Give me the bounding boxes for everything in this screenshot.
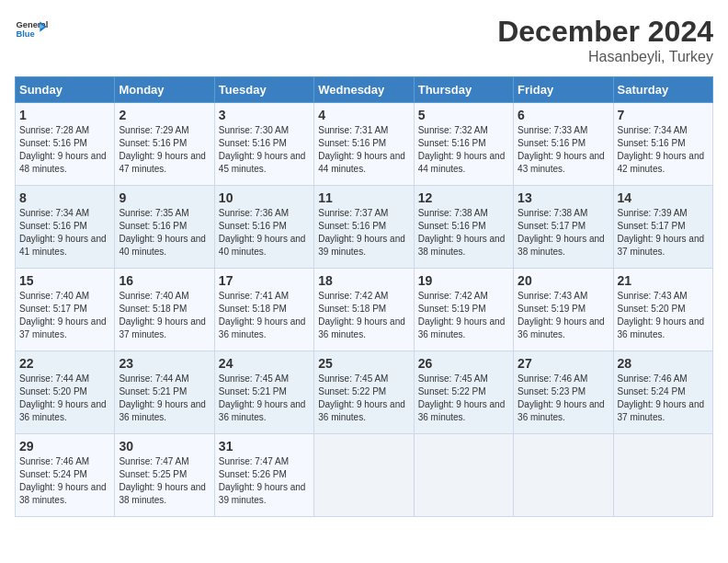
title-block: December 2024 Hasanbeyli, Turkey — [497, 15, 713, 65]
calendar-cell: 7 Sunrise: 7:34 AMSunset: 5:16 PMDayligh… — [613, 103, 712, 186]
day-info: Sunrise: 7:40 AMSunset: 5:17 PMDaylight:… — [19, 291, 107, 339]
month-title: December 2024 — [497, 15, 713, 49]
day-info: Sunrise: 7:32 AMSunset: 5:16 PMDaylight:… — [418, 125, 506, 174]
week-row-4: 22 Sunrise: 7:44 AMSunset: 5:20 PMDaylig… — [16, 351, 713, 434]
day-number: 15 — [19, 273, 110, 288]
calendar-cell — [414, 434, 513, 517]
calendar-cell: 21 Sunrise: 7:43 AMSunset: 5:20 PMDaylig… — [613, 269, 712, 351]
day-info: Sunrise: 7:38 AMSunset: 5:17 PMDaylight:… — [518, 208, 605, 257]
header-thursday: Thursday — [414, 77, 513, 103]
location-title: Hasanbeyli, Turkey — [497, 49, 713, 65]
day-info: Sunrise: 7:43 AMSunset: 5:20 PMDaylight:… — [618, 291, 705, 339]
calendar-cell: 11 Sunrise: 7:37 AMSunset: 5:16 PMDaylig… — [314, 186, 414, 269]
day-info: Sunrise: 7:46 AMSunset: 5:24 PMDaylight:… — [19, 456, 107, 505]
calendar-cell: 3 Sunrise: 7:30 AMSunset: 5:16 PMDayligh… — [214, 103, 313, 186]
calendar-cell: 26 Sunrise: 7:45 AMSunset: 5:22 PMDaylig… — [414, 351, 513, 434]
day-number: 27 — [518, 356, 609, 371]
calendar-cell: 28 Sunrise: 7:46 AMSunset: 5:24 PMDaylig… — [613, 351, 712, 434]
day-number: 29 — [19, 439, 110, 454]
calendar-cell: 20 Sunrise: 7:43 AMSunset: 5:19 PMDaylig… — [514, 269, 613, 351]
calendar-cell: 4 Sunrise: 7:31 AMSunset: 5:16 PMDayligh… — [314, 103, 414, 186]
calendar-cell: 15 Sunrise: 7:40 AMSunset: 5:17 PMDaylig… — [16, 269, 115, 351]
calendar-cell: 13 Sunrise: 7:38 AMSunset: 5:17 PMDaylig… — [514, 186, 613, 269]
day-number: 28 — [618, 356, 709, 371]
week-row-1: 1 Sunrise: 7:28 AMSunset: 5:16 PMDayligh… — [16, 103, 713, 186]
day-number: 6 — [518, 108, 609, 122]
calendar-cell — [314, 434, 414, 517]
week-row-5: 29 Sunrise: 7:46 AMSunset: 5:24 PMDaylig… — [16, 434, 713, 517]
calendar-cell: 31 Sunrise: 7:47 AMSunset: 5:26 PMDaylig… — [214, 434, 313, 517]
calendar-cell: 10 Sunrise: 7:36 AMSunset: 5:16 PMDaylig… — [214, 186, 313, 269]
week-row-2: 8 Sunrise: 7:34 AMSunset: 5:16 PMDayligh… — [16, 186, 713, 269]
calendar-cell: 5 Sunrise: 7:32 AMSunset: 5:16 PMDayligh… — [414, 103, 513, 186]
header-wednesday: Wednesday — [314, 77, 414, 103]
day-info: Sunrise: 7:34 AMSunset: 5:16 PMDaylight:… — [618, 125, 705, 174]
day-number: 16 — [119, 273, 210, 288]
calendar-cell: 29 Sunrise: 7:46 AMSunset: 5:24 PMDaylig… — [16, 434, 115, 517]
day-number: 31 — [219, 439, 310, 454]
day-info: Sunrise: 7:43 AMSunset: 5:19 PMDaylight:… — [518, 291, 605, 339]
week-row-3: 15 Sunrise: 7:40 AMSunset: 5:17 PMDaylig… — [16, 269, 713, 351]
day-number: 13 — [518, 190, 609, 205]
day-number: 9 — [119, 190, 210, 205]
day-number: 10 — [219, 190, 310, 205]
day-info: Sunrise: 7:38 AMSunset: 5:16 PMDaylight:… — [418, 208, 506, 257]
logo: General Blue — [15, 15, 48, 48]
day-info: Sunrise: 7:30 AMSunset: 5:16 PMDaylight:… — [219, 125, 306, 174]
day-info: Sunrise: 7:45 AMSunset: 5:21 PMDaylight:… — [219, 373, 306, 422]
calendar-cell: 19 Sunrise: 7:42 AMSunset: 5:19 PMDaylig… — [414, 269, 513, 351]
day-number: 17 — [219, 273, 310, 288]
header-sunday: Sunday — [16, 77, 115, 103]
day-number: 30 — [119, 439, 210, 454]
day-info: Sunrise: 7:29 AMSunset: 5:16 PMDaylight:… — [119, 125, 206, 174]
day-info: Sunrise: 7:34 AMSunset: 5:16 PMDaylight:… — [19, 208, 107, 257]
page-header: General Blue December 2024 Hasanbeyli, T… — [15, 15, 713, 65]
day-info: Sunrise: 7:36 AMSunset: 5:16 PMDaylight:… — [219, 208, 306, 257]
calendar-cell: 25 Sunrise: 7:45 AMSunset: 5:22 PMDaylig… — [314, 351, 414, 434]
header-saturday: Saturday — [613, 77, 712, 103]
calendar-cell: 23 Sunrise: 7:44 AMSunset: 5:21 PMDaylig… — [115, 351, 214, 434]
day-number: 2 — [119, 108, 210, 122]
day-info: Sunrise: 7:31 AMSunset: 5:16 PMDaylight:… — [318, 125, 405, 174]
calendar-header-row: SundayMondayTuesdayWednesdayThursdayFrid… — [16, 77, 713, 103]
day-number: 1 — [19, 108, 110, 122]
calendar-cell: 14 Sunrise: 7:39 AMSunset: 5:17 PMDaylig… — [613, 186, 712, 269]
day-info: Sunrise: 7:44 AMSunset: 5:20 PMDaylight:… — [19, 373, 107, 422]
day-info: Sunrise: 7:47 AMSunset: 5:26 PMDaylight:… — [219, 456, 306, 505]
day-info: Sunrise: 7:40 AMSunset: 5:18 PMDaylight:… — [119, 291, 206, 339]
calendar-cell: 2 Sunrise: 7:29 AMSunset: 5:16 PMDayligh… — [115, 103, 214, 186]
day-info: Sunrise: 7:33 AMSunset: 5:16 PMDaylight:… — [518, 125, 605, 174]
calendar-cell: 8 Sunrise: 7:34 AMSunset: 5:16 PMDayligh… — [16, 186, 115, 269]
calendar-cell: 18 Sunrise: 7:42 AMSunset: 5:18 PMDaylig… — [314, 269, 414, 351]
calendar-cell: 16 Sunrise: 7:40 AMSunset: 5:18 PMDaylig… — [115, 269, 214, 351]
calendar-table: SundayMondayTuesdayWednesdayThursdayFrid… — [15, 76, 713, 517]
calendar-cell: 1 Sunrise: 7:28 AMSunset: 5:16 PMDayligh… — [16, 103, 115, 186]
day-info: Sunrise: 7:41 AMSunset: 5:18 PMDaylight:… — [219, 291, 306, 339]
calendar-cell: 6 Sunrise: 7:33 AMSunset: 5:16 PMDayligh… — [514, 103, 613, 186]
day-number: 4 — [318, 108, 409, 122]
day-info: Sunrise: 7:28 AMSunset: 5:16 PMDaylight:… — [19, 125, 107, 174]
day-info: Sunrise: 7:37 AMSunset: 5:16 PMDaylight:… — [318, 208, 405, 257]
calendar-cell: 22 Sunrise: 7:44 AMSunset: 5:20 PMDaylig… — [16, 351, 115, 434]
day-number: 22 — [19, 356, 110, 371]
day-number: 25 — [318, 356, 409, 371]
calendar-cell: 17 Sunrise: 7:41 AMSunset: 5:18 PMDaylig… — [214, 269, 313, 351]
day-info: Sunrise: 7:35 AMSunset: 5:16 PMDaylight:… — [119, 208, 206, 257]
day-info: Sunrise: 7:46 AMSunset: 5:23 PMDaylight:… — [518, 373, 605, 422]
calendar-cell: 30 Sunrise: 7:47 AMSunset: 5:25 PMDaylig… — [115, 434, 214, 517]
day-info: Sunrise: 7:45 AMSunset: 5:22 PMDaylight:… — [318, 373, 405, 422]
calendar-cell: 27 Sunrise: 7:46 AMSunset: 5:23 PMDaylig… — [514, 351, 613, 434]
day-info: Sunrise: 7:42 AMSunset: 5:18 PMDaylight:… — [318, 291, 405, 339]
header-friday: Friday — [514, 77, 613, 103]
day-number: 18 — [318, 273, 409, 288]
day-info: Sunrise: 7:46 AMSunset: 5:24 PMDaylight:… — [618, 373, 705, 422]
calendar-cell — [514, 434, 613, 517]
day-info: Sunrise: 7:45 AMSunset: 5:22 PMDaylight:… — [418, 373, 506, 422]
day-number: 5 — [418, 108, 509, 122]
day-info: Sunrise: 7:42 AMSunset: 5:19 PMDaylight:… — [418, 291, 506, 339]
calendar-cell: 24 Sunrise: 7:45 AMSunset: 5:21 PMDaylig… — [214, 351, 313, 434]
calendar-cell — [613, 434, 712, 517]
day-number: 12 — [418, 190, 509, 205]
calendar-cell: 12 Sunrise: 7:38 AMSunset: 5:16 PMDaylig… — [414, 186, 513, 269]
day-number: 8 — [19, 190, 110, 205]
